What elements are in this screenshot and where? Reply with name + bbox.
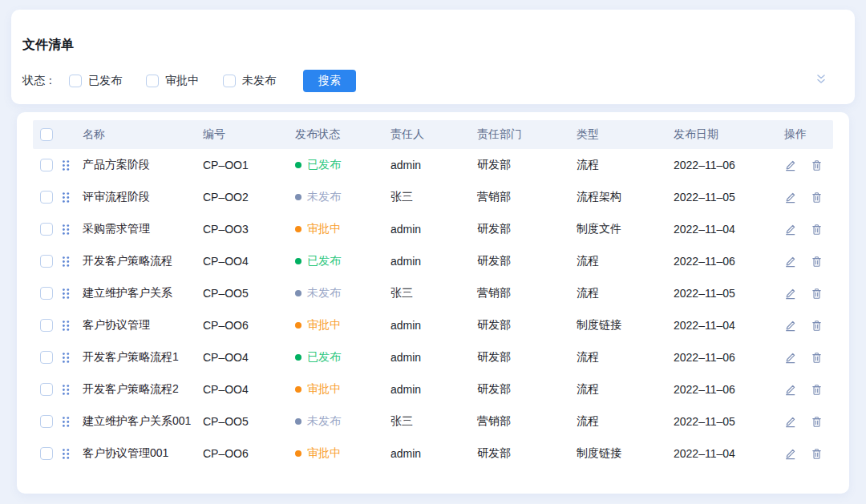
- edit-icon[interactable]: [784, 256, 796, 268]
- table-card: 名称 编号 发布状态 责任人 责任部门 类型 发布日期 操作 产品方案阶段 CP…: [17, 112, 849, 494]
- search-button[interactable]: 搜索: [303, 70, 356, 92]
- filter-card: 文件清单 状态： 已发布 审批中 未发布 搜索: [11, 10, 855, 104]
- row-checkbox[interactable]: [40, 223, 53, 236]
- filter-checkbox-approving[interactable]: 审批中: [146, 74, 199, 88]
- drag-handle-icon[interactable]: [59, 256, 76, 268]
- edit-icon[interactable]: [784, 448, 796, 460]
- page-title: 文件清单: [22, 37, 828, 54]
- doc-code: CP–OO1: [196, 159, 289, 171]
- department: 研发部: [471, 382, 570, 397]
- edit-icon[interactable]: [784, 159, 796, 171]
- delete-icon[interactable]: [811, 416, 823, 428]
- status-dot-icon: [295, 418, 301, 425]
- table-body: 产品方案阶段 CP–OO1 已发布 admin 研发部 流程 2022–11–0…: [33, 149, 833, 470]
- doc-code: CP–OO3: [196, 223, 289, 236]
- edit-icon[interactable]: [784, 352, 796, 364]
- owner: 张三: [384, 286, 471, 300]
- status-badge: 已发布: [289, 254, 384, 268]
- edit-icon[interactable]: [784, 320, 796, 332]
- publish-date: 2022–11–06: [667, 383, 778, 396]
- publish-date: 2022–11–05: [667, 287, 778, 300]
- drag-handle-icon[interactable]: [59, 288, 76, 300]
- col-header-status: 发布状态: [289, 127, 384, 142]
- doc-type: 流程: [570, 350, 667, 365]
- status-dot-icon: [295, 450, 301, 457]
- delete-icon[interactable]: [811, 352, 823, 364]
- department: 研发部: [471, 254, 570, 268]
- doc-code: CP–OO6: [196, 319, 289, 332]
- edit-icon[interactable]: [784, 224, 796, 236]
- col-header-date: 发布日期: [667, 127, 778, 142]
- col-header-dept: 责任部门: [471, 127, 570, 142]
- col-header-name: 名称: [76, 127, 196, 142]
- doc-name: 开发客户策略流程2: [76, 382, 196, 397]
- drag-handle-icon[interactable]: [59, 448, 76, 460]
- department: 营销部: [471, 190, 570, 204]
- owner: 张三: [384, 414, 471, 429]
- select-all-checkbox[interactable]: [40, 128, 53, 141]
- publish-date: 2022–11–06: [667, 255, 778, 268]
- delete-icon[interactable]: [811, 288, 823, 300]
- checkbox-icon[interactable]: [69, 75, 82, 87]
- department: 研发部: [471, 158, 570, 172]
- doc-type: 流程: [570, 414, 667, 429]
- row-checkbox[interactable]: [40, 191, 53, 204]
- status-badge: 审批中: [289, 446, 384, 461]
- delete-icon[interactable]: [811, 256, 823, 268]
- doc-name: 采购需求管理: [76, 222, 196, 236]
- drag-handle-icon[interactable]: [59, 224, 76, 236]
- edit-icon[interactable]: [784, 192, 796, 204]
- filter-checkbox-unpublished[interactable]: 未发布: [223, 74, 276, 88]
- doc-name: 建立维护客户关系001: [76, 414, 196, 429]
- row-checkbox[interactable]: [40, 287, 53, 300]
- row-checkbox[interactable]: [40, 319, 53, 332]
- department: 研发部: [471, 222, 570, 236]
- delete-icon[interactable]: [811, 159, 823, 171]
- row-checkbox[interactable]: [40, 383, 53, 396]
- doc-code: CP–OO5: [196, 415, 289, 428]
- edit-icon[interactable]: [784, 416, 796, 428]
- row-checkbox[interactable]: [40, 351, 53, 364]
- owner: admin: [384, 319, 471, 332]
- delete-icon[interactable]: [811, 224, 823, 236]
- table-row: 客户协议管理 CP–OO6 审批中 admin 研发部 制度链接 2022–11…: [33, 309, 833, 341]
- edit-icon[interactable]: [784, 384, 796, 396]
- drag-handle-icon[interactable]: [59, 192, 76, 204]
- drag-handle-icon[interactable]: [59, 416, 76, 428]
- status-badge: 未发布: [289, 286, 384, 300]
- table-row: 客户协议管理001 CP–OO6 审批中 admin 研发部 制度链接 2022…: [33, 437, 833, 470]
- owner: admin: [384, 223, 471, 236]
- status-dot-icon: [295, 194, 301, 200]
- filter-checkbox-published[interactable]: 已发布: [69, 74, 122, 88]
- edit-icon[interactable]: [784, 288, 796, 300]
- row-checkbox[interactable]: [40, 447, 53, 460]
- status-badge: 未发布: [289, 414, 384, 429]
- checkbox-icon[interactable]: [223, 75, 236, 87]
- table-header: 名称 编号 发布状态 责任人 责任部门 类型 发布日期 操作: [33, 120, 833, 149]
- status-badge: 审批中: [289, 318, 384, 333]
- row-checkbox[interactable]: [40, 255, 53, 268]
- delete-icon[interactable]: [811, 192, 823, 204]
- delete-icon[interactable]: [811, 448, 823, 460]
- status-filter-label: 状态：: [22, 74, 56, 88]
- drag-handle-icon[interactable]: [59, 384, 76, 396]
- doc-type: 流程: [570, 254, 667, 268]
- doc-name: 建立维护客户关系: [76, 286, 196, 300]
- drag-handle-icon[interactable]: [59, 159, 76, 171]
- checkbox-icon[interactable]: [146, 75, 159, 87]
- publish-date: 2022–11–06: [667, 351, 778, 364]
- doc-code: CP–OO4: [196, 351, 289, 364]
- double-chevron-down-icon[interactable]: [815, 73, 828, 85]
- col-header-actions: 操作: [778, 127, 833, 142]
- drag-handle-icon[interactable]: [59, 352, 76, 364]
- row-checkbox[interactable]: [40, 159, 53, 171]
- status-label: 审批中: [307, 446, 341, 461]
- row-checkbox[interactable]: [40, 415, 53, 428]
- delete-icon[interactable]: [811, 384, 823, 396]
- doc-code: CP–OO4: [196, 255, 289, 268]
- publish-date: 2022–11–04: [667, 447, 778, 460]
- drag-handle-icon[interactable]: [59, 320, 76, 332]
- delete-icon[interactable]: [811, 320, 823, 332]
- department: 营销部: [471, 286, 570, 300]
- department: 研发部: [471, 446, 570, 461]
